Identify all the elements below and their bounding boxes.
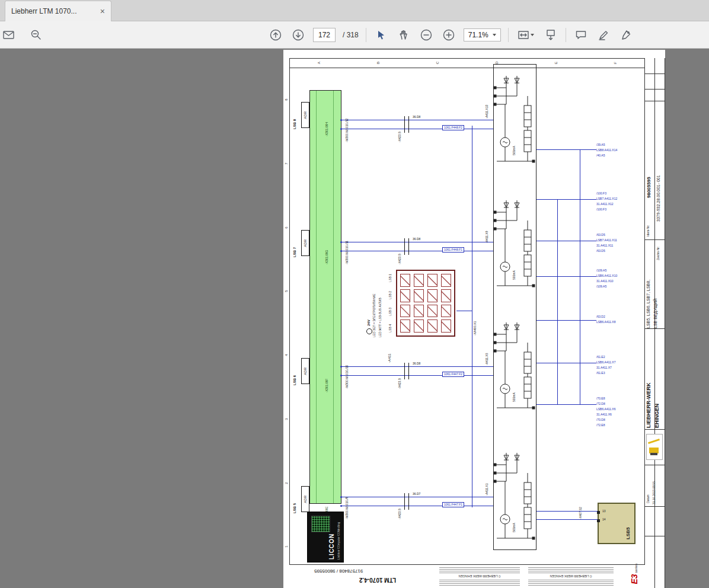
fuse-label: 1061.F447.F2	[442, 372, 464, 377]
previous-page-button[interactable]	[268, 27, 283, 43]
bus-wire	[341, 242, 493, 242]
liccon-brand: LICCON	[328, 517, 335, 560]
net-cluster: /63.D2LSB6.A411.X8	[596, 314, 644, 325]
document-tab[interactable]: Liebherr LTM 1070... ×	[5, 1, 111, 21]
net-cluster: /61.E2LSB6.A411.X731.A411.X7/61.E3	[596, 354, 644, 376]
relay-cell	[414, 274, 424, 287]
title-divider	[645, 506, 665, 507]
relay-board	[396, 270, 455, 337]
bus-wire	[341, 251, 493, 251]
net-lead	[536, 149, 596, 150]
company-name-2: EHINGEN	[654, 364, 660, 428]
net-lead	[536, 276, 596, 277]
title-divider	[645, 429, 665, 430]
block-rating-label: 500mA	[512, 377, 516, 402]
hand-tool-icon[interactable]	[396, 27, 411, 43]
page-fit-menu-icon[interactable]	[516, 27, 536, 43]
bus-wire	[341, 497, 493, 497]
wire-label: -W300.WL010./12	[345, 106, 349, 142]
lsb5-label: LSB5	[625, 510, 631, 539]
fine-print-lines	[528, 579, 614, 586]
relay-cell	[427, 289, 437, 302]
drawing-number: 3379-932.28.00.001- 001	[656, 139, 660, 222]
net-label: /61.E3	[596, 370, 644, 376]
relay-cell	[427, 319, 437, 333]
net-lead	[536, 199, 596, 200]
connector-label: -X423.B	[398, 106, 401, 142]
net-label: /109.A5	[596, 284, 644, 289]
fine-print-lines	[439, 579, 520, 586]
relay-cell	[441, 289, 451, 302]
connector-label: -X423.B	[398, 228, 401, 264]
zoom-out-tool-icon[interactable]	[28, 27, 44, 43]
wire-row: -W300.WL010./12 -X423.B 36.D8 1061.F448.…	[283, 115, 665, 136]
scrolling-mode-icon[interactable]	[543, 27, 558, 43]
pin-number: 14	[602, 517, 606, 521]
title-divider	[645, 239, 665, 240]
fine-print-block: © LIEBHERR-WERK EHINGEN	[526, 566, 615, 587]
email-icon[interactable]	[1, 27, 17, 43]
channel-label: LSB 4	[387, 320, 394, 337]
toolbar-separator	[566, 28, 566, 42]
block-pin-label: -A411.X1	[485, 459, 488, 496]
net-label: 31.A411.X11	[596, 243, 644, 248]
fine-print-lines	[439, 567, 520, 573]
order-number: 917578408 / 98005595	[314, 568, 363, 574]
lsb5-wire	[536, 519, 598, 520]
zoom-level-value: 71.1%	[468, 31, 488, 39]
net-label: /70.E8	[596, 396, 644, 401]
channel-label: LSB 1	[387, 270, 394, 286]
next-page-button[interactable]	[290, 27, 306, 43]
net-label: /40.A5	[596, 153, 644, 158]
lsb5-unit: LSB5 13 14	[598, 503, 635, 544]
net-label: /61.E2	[596, 354, 644, 360]
net-label: /63.D2	[596, 314, 644, 319]
page-number-input[interactable]	[313, 28, 336, 42]
e3-logo: E3 series	[630, 563, 638, 584]
relay-cell	[414, 289, 424, 302]
bus-vertical-wire	[472, 126, 472, 507]
select-tool-icon[interactable]	[373, 27, 389, 43]
net-lead	[536, 320, 596, 321]
net-cluster: /100.F3LSB7.A411.X1231.A411.X12/100.F3	[596, 191, 644, 212]
wire-node	[340, 496, 342, 498]
connector-tick	[404, 363, 405, 379]
relay-cell	[400, 305, 410, 318]
close-tab-icon[interactable]: ×	[100, 7, 105, 16]
comment-icon[interactable]	[573, 27, 589, 43]
circuit-symbols	[493, 196, 536, 296]
wire-label: -W300.WL010./10	[345, 352, 349, 389]
liccon-subtitle: LIebherr COmputer CONtrolling	[337, 517, 340, 560]
relay-cell	[414, 305, 424, 318]
title-divider	[645, 101, 665, 101]
zoom-level-select[interactable]: 71.1%	[464, 28, 501, 41]
circuit-symbols	[493, 318, 536, 418]
relay-cell	[427, 274, 437, 287]
fill-sign-icon[interactable]	[618, 27, 634, 43]
net-cluster: /39.A5LSB8.A411.X14/40.A5	[596, 142, 644, 158]
copyright-line: © LIEBHERR-WERK EHINGEN	[526, 574, 615, 579]
net-ref: 36.D8	[413, 237, 420, 241]
highlighter-icon[interactable]	[596, 27, 611, 43]
zoom-out-button[interactable]	[419, 27, 434, 43]
relay-cell	[400, 274, 410, 287]
block-pin-label: -A411.X5	[485, 328, 488, 365]
wire-label: -W300.WL010./9	[345, 482, 349, 519]
liccon-screen	[311, 516, 330, 532]
liccon-unit: LICCON LIebherr COmputer CONtrolling	[307, 512, 344, 563]
title-divider	[645, 89, 665, 90]
function-title-2: LSB ВЕДУЩИЙ	[653, 258, 657, 328]
net-vertical-wire	[580, 149, 580, 404]
net-cluster: /109.A5LSB6.A411.X1031.A411.X10/109.A5	[596, 268, 644, 289]
relay-grid	[400, 274, 451, 333]
document-canvas[interactable]: ABCDEF 87654321 ADR LSB 8 -X301.06H ADR …	[0, 49, 709, 588]
connector-label: -X423.B	[398, 482, 401, 519]
net-label: LSB6.A411.X7	[596, 360, 644, 365]
e3-mark: E3	[630, 574, 638, 584]
net-label: LSB7.A411.X12	[596, 196, 644, 202]
fuse-label: 1061.F447.F1	[442, 502, 464, 507]
board-connector-label: -XA400.X1	[473, 305, 477, 335]
zoom-in-button[interactable]	[441, 27, 456, 43]
fine-print-lines	[528, 567, 614, 573]
drawing-number-label: Zeichn-Nr:	[656, 225, 660, 260]
